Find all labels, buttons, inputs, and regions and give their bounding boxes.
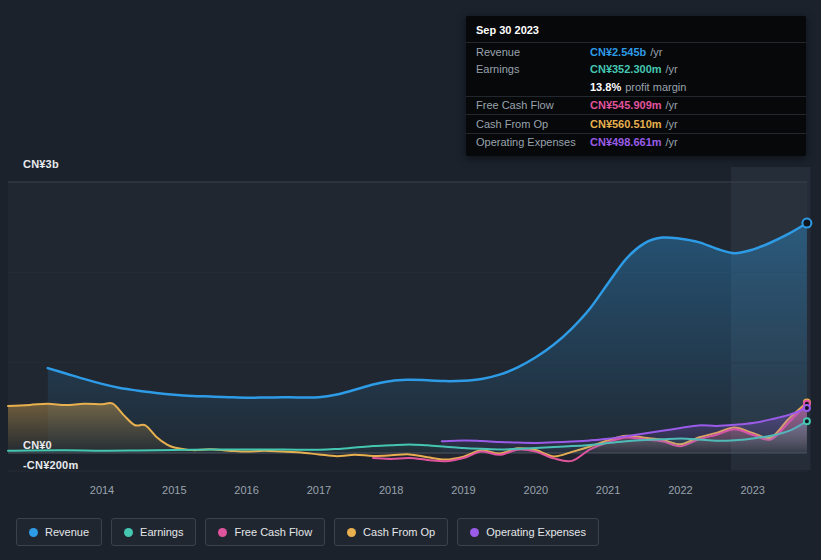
- tooltip-row-value: CN¥2.545b: [590, 46, 646, 58]
- legend-item-revenue[interactable]: Revenue: [16, 518, 102, 546]
- tooltip-row-value: CN¥560.510m: [590, 118, 662, 130]
- tooltip-row-suffix: /yr: [666, 99, 678, 111]
- chart-tooltip: Sep 30 2023 RevenueCN¥2.545b/yrEarningsC…: [466, 16, 806, 156]
- legend-item-earnings[interactable]: Earnings: [111, 518, 196, 546]
- x-axis-label-2014: 2014: [90, 484, 114, 496]
- tooltip-row-label: Operating Expenses: [476, 136, 590, 148]
- legend-dot: [218, 528, 227, 537]
- tooltip-row-cash-from-op: Cash From OpCN¥560.510m/yr: [466, 114, 806, 133]
- legend-item-cash-from-op[interactable]: Cash From Op: [334, 518, 448, 546]
- tooltip-row-label: Earnings: [476, 63, 590, 75]
- legend-label: Cash From Op: [363, 526, 435, 538]
- legend-label: Earnings: [140, 526, 183, 538]
- legend-dot: [29, 528, 38, 537]
- x-axis-label-2023: 2023: [740, 484, 764, 496]
- tooltip-row-revenue: RevenueCN¥2.545b/yr: [466, 43, 806, 61]
- tooltip-row-suffix: /yr: [666, 63, 678, 75]
- tooltip-row-suffix: /yr: [666, 118, 678, 130]
- x-axis-label-2021: 2021: [596, 484, 620, 496]
- tooltip-row-value: CN¥352.300m: [590, 63, 662, 75]
- tooltip-row-profit-margin: 13.8%profit margin: [466, 78, 806, 96]
- tooltip-rows: RevenueCN¥2.545b/yrEarningsCN¥352.300m/y…: [466, 43, 806, 151]
- legend-label: Free Cash Flow: [234, 526, 312, 538]
- legend-label: Operating Expenses: [486, 526, 586, 538]
- x-axis-label-2019: 2019: [451, 484, 475, 496]
- earnings-end-marker: [804, 418, 810, 424]
- revenue-end-marker: [802, 219, 811, 228]
- tooltip-row-suffix: /yr: [666, 136, 678, 148]
- tooltip-row-earnings: EarningsCN¥352.300m/yr: [466, 61, 806, 79]
- tooltip-row-value: CN¥498.661m: [590, 136, 662, 148]
- tooltip-row-suffix: profit margin: [625, 81, 686, 93]
- x-axis-label-2016: 2016: [234, 484, 258, 496]
- y-axis-label-3b: CN¥3b: [23, 158, 59, 170]
- x-axis-label-2017: 2017: [307, 484, 331, 496]
- legend-dot: [470, 528, 479, 537]
- operating-expenses-end-marker: [804, 405, 810, 411]
- tooltip-row-label: Revenue: [476, 46, 590, 58]
- tooltip-row-label: Free Cash Flow: [476, 99, 590, 111]
- x-axis-label-2018: 2018: [379, 484, 403, 496]
- tooltip-row-operating-expenses: Operating ExpensesCN¥498.661m/yr: [466, 133, 806, 152]
- tooltip-row-value: CN¥545.909m: [590, 99, 662, 111]
- x-axis-label-2022: 2022: [668, 484, 692, 496]
- x-axis-label-2015: 2015: [162, 484, 186, 496]
- legend-item-operating-expenses[interactable]: Operating Expenses: [457, 518, 599, 546]
- legend-dot: [347, 528, 356, 537]
- legend-label: Revenue: [45, 526, 89, 538]
- y-axis-label-neg200m: -CN¥200m: [23, 459, 78, 471]
- chart-legend: RevenueEarningsFree Cash FlowCash From O…: [16, 518, 599, 546]
- x-axis-label-2020: 2020: [524, 484, 548, 496]
- tooltip-date: Sep 30 2023: [466, 16, 806, 43]
- chart-page: CN¥3b CN¥0 -CN¥200m 20142015201620172018…: [0, 0, 821, 560]
- tooltip-row-free-cash-flow: Free Cash FlowCN¥545.909m/yr: [466, 96, 806, 115]
- tooltip-row-label: Cash From Op: [476, 118, 590, 130]
- legend-item-free-cash-flow[interactable]: Free Cash Flow: [205, 518, 325, 546]
- legend-dot: [124, 528, 133, 537]
- y-axis-label-0: CN¥0: [23, 439, 52, 451]
- tooltip-row-suffix: /yr: [650, 46, 662, 58]
- tooltip-row-value: 13.8%: [590, 81, 621, 93]
